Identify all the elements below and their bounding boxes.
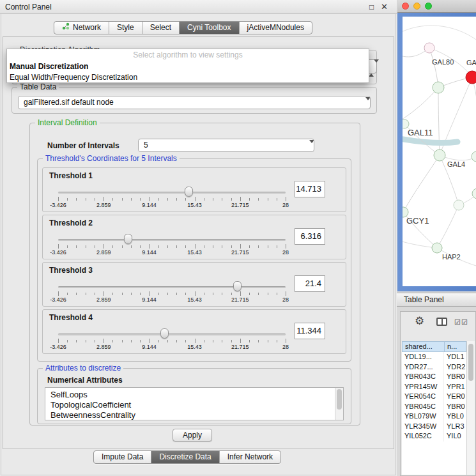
table-row[interactable]: YBR043CYBR0 xyxy=(402,372,466,382)
tab-impute-data[interactable]: Impute Data xyxy=(94,451,151,463)
threshold-value-field[interactable]: 11.344 xyxy=(295,323,325,339)
popup-option-manual-discretization[interactable]: Manual Discretization xyxy=(7,61,369,72)
popup-option-equal-width-frequency[interactable]: Equal Width/Frequency Discretization xyxy=(7,72,369,83)
network-node[interactable] xyxy=(472,151,476,162)
slider-ticks xyxy=(58,197,286,201)
table-panel-header[interactable]: Table Panel xyxy=(397,293,476,307)
threshold-slider[interactable] xyxy=(58,192,286,194)
slider-track[interactable] xyxy=(58,334,286,335)
slider-thumb[interactable] xyxy=(124,234,132,244)
select-columns-icon[interactable]: ☑☑ xyxy=(454,318,468,326)
table-row[interactable]: YPR145WYPR1 xyxy=(402,382,466,392)
table-row[interactable]: YBL079WYBL0 xyxy=(402,411,466,422)
columns-icon[interactable] xyxy=(436,318,447,326)
cell-name[interactable]: YBR0 xyxy=(444,372,466,382)
number-of-intervals-combo[interactable]: 5 xyxy=(138,139,314,152)
slider-track[interactable] xyxy=(58,192,286,194)
attribute-list-item[interactable]: SelfLoops xyxy=(50,390,343,400)
cell-name[interactable]: YDR2 xyxy=(444,362,466,372)
network-node[interactable] xyxy=(403,119,409,128)
table-scrollbar[interactable] xyxy=(466,341,475,475)
network-node[interactable] xyxy=(424,43,434,53)
tick-mark xyxy=(213,245,213,248)
attribute-list-item[interactable]: BetweennessCentrality xyxy=(50,410,343,420)
tab-jactivemnodules[interactable]: jActiveMNodules xyxy=(240,22,312,34)
numerical-attributes-list[interactable]: SelfLoopsTopologicalCoefficientBetweenne… xyxy=(45,387,344,420)
tab-cyni-toolbox[interactable]: Cyni Toolbox xyxy=(180,22,239,34)
tab-style[interactable]: Style xyxy=(109,22,142,34)
table-row[interactable]: YIL052CYIL0 xyxy=(402,431,466,441)
table-data-combo[interactable]: galFiltered.sif default node xyxy=(18,96,371,109)
cell-name[interactable]: YPR1 xyxy=(444,382,466,392)
apply-button[interactable]: Apply xyxy=(173,429,212,441)
tab-select[interactable]: Select xyxy=(142,22,180,34)
network-node[interactable] xyxy=(454,200,464,210)
network-edge[interactable] xyxy=(403,138,457,143)
table-row[interactable]: YLR345WYLR3 xyxy=(402,422,466,432)
slider-thumb[interactable] xyxy=(233,281,242,291)
tab-discretize-data[interactable]: Discretize Data xyxy=(151,451,219,463)
table-row[interactable]: YDL19...YDL1 xyxy=(402,352,466,362)
threshold-slider[interactable] xyxy=(58,286,286,288)
cell-shared-name[interactable]: YLR345W xyxy=(402,422,444,432)
cell-name[interactable]: YLR3 xyxy=(444,422,466,432)
threshold-value-field[interactable]: 14.713 xyxy=(295,181,325,197)
network-edge[interactable] xyxy=(472,77,476,157)
table-row[interactable]: YDR27...YDR2 xyxy=(402,362,466,372)
gear-icon[interactable]: ⚙ xyxy=(415,315,424,328)
threshold-slider[interactable] xyxy=(58,334,286,335)
mac-zoom-icon[interactable] xyxy=(425,3,432,10)
tick-mark xyxy=(149,197,150,201)
attribute-list-item[interactable]: TopologicalCoefficient xyxy=(50,400,343,410)
tab-infer-network[interactable]: Infer Network xyxy=(220,451,280,463)
network-window-titlebar[interactable] xyxy=(397,0,476,13)
network-node[interactable] xyxy=(434,150,445,161)
scrollbar-thumb[interactable] xyxy=(337,389,342,410)
float-window-icon[interactable]: □ xyxy=(367,2,376,12)
tick-mark xyxy=(277,198,277,201)
cell-shared-name[interactable]: YBL079W xyxy=(402,411,444,422)
network-edge[interactable] xyxy=(429,48,438,88)
close-icon[interactable]: ✕ xyxy=(380,2,389,12)
slider-thumb[interactable] xyxy=(160,328,169,339)
scale-tick-label: 9.144 xyxy=(142,202,157,208)
slider-track[interactable] xyxy=(58,286,286,288)
threshold-value-field[interactable]: 21.4 xyxy=(295,275,325,292)
cell-name[interactable]: YBL0 xyxy=(444,411,466,422)
scrollbar-thumb[interactable] xyxy=(468,344,473,381)
cell-shared-name[interactable]: YBR045C xyxy=(402,402,444,412)
slider-thumb[interactable] xyxy=(185,187,193,197)
cell-shared-name[interactable]: YIL052C xyxy=(402,431,444,441)
mac-minimize-icon[interactable] xyxy=(413,3,420,10)
column-header-shared-name[interactable]: shared... xyxy=(402,341,444,352)
tab-network[interactable]: Network xyxy=(54,22,109,34)
cell-shared-name[interactable]: YPR145W xyxy=(402,382,444,392)
cell-shared-name[interactable]: YBR043C xyxy=(402,372,444,382)
network-edge[interactable] xyxy=(437,205,459,248)
cell-shared-name[interactable]: YDR27... xyxy=(402,362,444,372)
threshold-value-field[interactable]: 6.316 xyxy=(295,228,325,245)
table-row[interactable]: YBR045CYBR0 xyxy=(402,402,466,412)
network-edge[interactable] xyxy=(403,155,440,212)
network-canvas[interactable]: GAL80GAGAL11GAL4GCY1HAP2 xyxy=(403,17,476,286)
cell-name[interactable]: YDL1 xyxy=(444,352,466,362)
network-node[interactable] xyxy=(433,82,444,93)
network-node[interactable] xyxy=(466,71,476,84)
tick-mark xyxy=(268,293,268,295)
network-edge[interactable] xyxy=(403,88,438,121)
network-node[interactable] xyxy=(432,243,442,253)
mac-close-icon[interactable] xyxy=(402,3,409,10)
column-header-name[interactable]: n... xyxy=(444,341,466,352)
cell-shared-name[interactable]: YDL19... xyxy=(402,352,444,362)
list-scrollbar[interactable] xyxy=(335,388,343,420)
tick-mark xyxy=(249,245,250,248)
cell-name[interactable]: YER0 xyxy=(444,392,466,402)
network-edge[interactable] xyxy=(403,26,476,41)
cell-shared-name[interactable]: YER054C xyxy=(402,392,444,402)
table-row[interactable]: YER054CYER0 xyxy=(402,392,466,402)
tick-mark xyxy=(140,245,141,248)
cell-name[interactable]: YIL0 xyxy=(444,431,466,441)
slider-track[interactable] xyxy=(58,239,286,241)
cell-name[interactable]: YBR0 xyxy=(444,402,466,412)
threshold-slider[interactable] xyxy=(58,239,286,241)
